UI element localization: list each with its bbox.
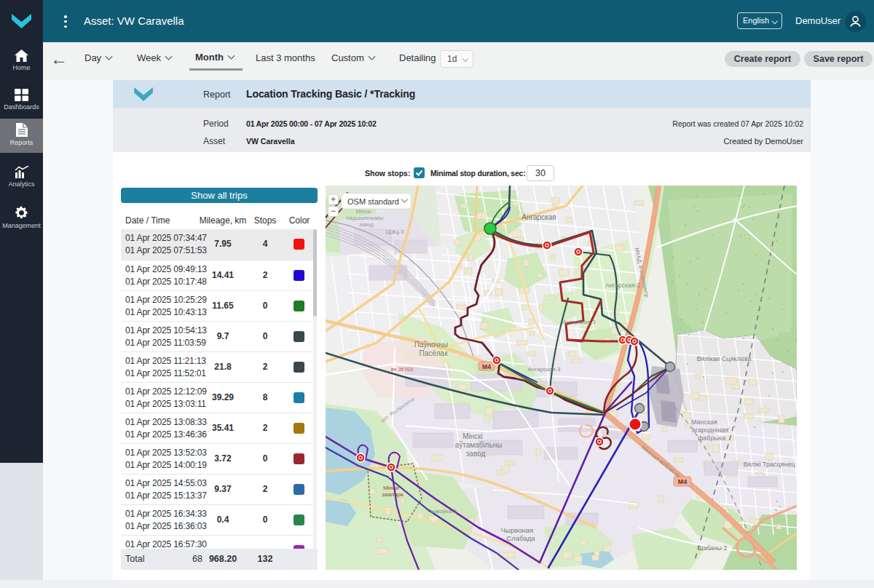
svg-text:Чырвоная: Чырвоная (501, 526, 533, 534)
svg-text:агародніная: агародніная (692, 426, 728, 434)
svg-text:OSM standard: OSM standard (347, 197, 399, 206)
svg-text:аўтамабільны: аўтамабільны (455, 441, 503, 449)
svg-text:завод: завод (466, 450, 486, 458)
svg-text:Слабада: Слабада (506, 534, 535, 542)
svg-text:фабрыка: фабрыка (698, 434, 725, 442)
svg-text:Шабаны-2: Шабаны-2 (698, 544, 728, 552)
svg-text:завод: завод (359, 221, 374, 228)
svg-text:Вялікае Сцяклева: Вялікае Сцяклева (696, 355, 751, 362)
svg-text:падшыпнікавы: падшыпнікавы (347, 215, 384, 221)
svg-text:заапарк: заапарк (382, 491, 403, 498)
svg-text:вч 35703: вч 35703 (391, 366, 414, 373)
svg-text:ЦЭЦ-3: ЦЭЦ-3 (386, 229, 404, 235)
svg-text:Ангарская-3: Ангарская-3 (563, 319, 597, 325)
svg-text:Мінскі: Мінскі (383, 485, 399, 491)
svg-text:Минская: Минская (691, 418, 717, 426)
svg-text:+: + (331, 194, 336, 204)
svg-text:M4: M4 (482, 363, 491, 370)
svg-text:Вялікі Трасцянец: Вялікі Трасцянец (743, 461, 795, 468)
svg-text:M4: M4 (678, 478, 688, 485)
svg-text:Чыжоўка-5: Чыжоўка-5 (428, 508, 457, 514)
svg-text:−: − (331, 206, 336, 216)
svg-text:Ангарская-3: Ангарская-3 (528, 366, 562, 373)
svg-text:Паўночны: Паўночны (414, 341, 449, 349)
svg-text:Мінскі: Мінскі (462, 432, 483, 440)
svg-text:Ангарская-2: Ангарская-2 (605, 282, 640, 289)
svg-text:Пасёлак: Пасёлак (419, 349, 448, 357)
svg-text:Ангарская: Ангарская (521, 213, 556, 221)
